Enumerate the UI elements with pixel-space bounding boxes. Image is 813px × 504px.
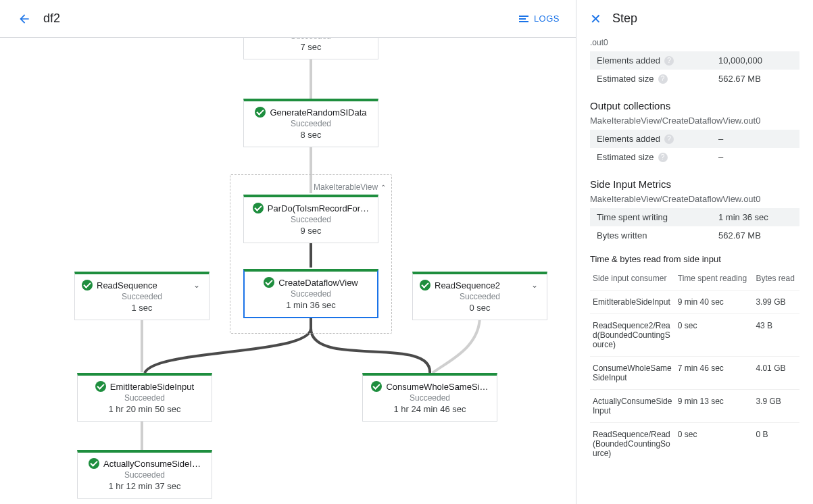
node-status: Succeeded [249, 289, 373, 299]
pipeline-canvas[interactable]: Succeeded 7 sec GenerateRandomSIData Suc… [0, 38, 576, 504]
node-title: ReadSequence [97, 280, 157, 291]
help-icon[interactable]: ? [664, 56, 674, 66]
check-icon [371, 381, 382, 392]
check-icon [82, 280, 93, 291]
metric-row: Estimated size? 562.67 MB [590, 70, 799, 88]
node-time: 7 sec [248, 42, 374, 52]
check-icon [253, 203, 264, 213]
step-node-generate-random[interactable]: GenerateRandomSIData Succeeded 8 sec [243, 99, 378, 147]
metric-value: 562.67 MB [718, 230, 793, 241]
help-icon[interactable]: ? [664, 134, 674, 144]
node-status: Succeeded [417, 292, 543, 301]
node-title: ReadSequence2 [435, 280, 500, 291]
table-title: Time & bytes read from side input [590, 254, 799, 264]
close-icon[interactable]: ✕ [590, 12, 601, 26]
check-icon [420, 280, 430, 291]
logs-icon [519, 16, 530, 22]
table-row: ReadSequence2/Read(BoundedCountingSource… [590, 314, 799, 357]
metric-key: Elements added [597, 134, 660, 144]
section-heading: Side Input Metrics [590, 178, 799, 190]
th-consumer: Side input consumer [590, 270, 675, 291]
check-icon [95, 381, 106, 392]
metric-value: 1 min 36 sec [718, 212, 793, 222]
node-status: Succeeded [82, 470, 207, 480]
logs-button[interactable]: LOGS [519, 14, 560, 24]
metric-row: Elements added? – [590, 130, 799, 148]
cell-bytes: 43 B [753, 314, 799, 357]
check-icon [255, 107, 266, 118]
node-time: 9 sec [248, 226, 374, 236]
metric-row: Estimated size? – [590, 148, 799, 166]
cell-consumer: EmitIterableSideInput [590, 291, 675, 314]
node-time: 1 min 36 sec [249, 300, 373, 310]
back-arrow-icon[interactable] [16, 11, 32, 27]
group-label[interactable]: MakeIterableView ⌃ [314, 182, 386, 192]
step-node-create-dataflow-view[interactable]: CreateDataflowView Succeeded 1 min 36 se… [243, 269, 378, 318]
table-row: ReadSequence/Read(BoundedCountingSource)… [590, 423, 799, 465]
cell-consumer: ReadSequence/Read(BoundedCountingSource) [590, 423, 675, 465]
node-title: ConsumeWholeSameSi… [386, 382, 488, 392]
metric-row: Bytes written 562.67 MB [590, 226, 799, 245]
node-status: Succeeded [79, 292, 205, 301]
th-bytes: Bytes read [753, 270, 799, 291]
node-title: ParDo(ToIsmRecordFor… [268, 203, 369, 213]
node-status: Succeeded [367, 393, 493, 403]
table-row: ActuallyConsumeSideInput 9 min 13 sec 3.… [590, 390, 799, 423]
help-icon[interactable]: ? [658, 153, 668, 162]
step-node-readsequence[interactable]: ReadSequence⌄ Succeeded 1 sec [74, 272, 210, 320]
header: df2 LOGS [0, 0, 576, 38]
cell-bytes: 3.9 GB [753, 390, 799, 423]
chevron-down-icon[interactable]: ⌄ [191, 280, 202, 290]
node-time: 8 sec [248, 130, 374, 140]
metric-key: Elements added [597, 55, 660, 66]
step-node-emit-iterable[interactable]: EmitIterableSideInput Succeeded 1 hr 20 … [77, 373, 212, 422]
cell-bytes: 4.01 GB [753, 357, 799, 390]
node-status: Succeeded [82, 393, 207, 403]
chevron-up-icon: ⌃ [380, 184, 386, 191]
cell-time: 7 min 46 sec [675, 357, 754, 390]
collection-name: MakeIterableView/CreateDataflowView.out0 [590, 116, 799, 126]
step-node-consume-whole[interactable]: ConsumeWholeSameSi… Succeeded 1 hr 24 mi… [362, 373, 497, 422]
metric-value: – [718, 152, 793, 162]
chevron-down-icon[interactable]: ⌄ [529, 280, 540, 290]
th-time: Time spent reading [675, 270, 754, 291]
step-node-readsequence2[interactable]: ReadSequence2⌄ Succeeded 0 sec [412, 272, 547, 320]
node-time: 1 hr 24 min 46 sec [367, 404, 493, 414]
node-time: 1 hr 12 min 37 sec [82, 481, 207, 491]
page-title: df2 [43, 11, 60, 26]
metric-value: – [718, 134, 793, 144]
node-title: GenerateRandomSIData [270, 107, 366, 118]
node-status: Succeeded [248, 119, 374, 128]
cell-consumer: ReadSequence2/Read(BoundedCountingSource… [590, 314, 675, 357]
cell-time: 9 min 13 sec [675, 390, 754, 423]
node-title: CreateDataflowView [278, 278, 358, 288]
collection-name: MakeIterableView/CreateDataflowView.out0 [590, 194, 799, 204]
collection-name-fragment: .out0 [590, 38, 799, 47]
cell-time: 0 sec [675, 314, 754, 357]
step-node-actually-consume[interactable]: ActuallyConsumeSideI… Succeeded 1 hr 12 … [77, 450, 212, 499]
node-status: Succeeded [248, 38, 374, 41]
cell-bytes: 3.99 GB [753, 291, 799, 314]
table-row: EmitIterableSideInput 9 min 40 sec 3.99 … [590, 291, 799, 314]
node-status: Succeeded [248, 215, 374, 224]
step-node[interactable]: Succeeded 7 sec [243, 38, 378, 59]
node-title: EmitIterableSideInput [110, 382, 194, 392]
help-icon[interactable]: ? [658, 74, 668, 84]
node-time: 1 hr 20 min 50 sec [82, 404, 207, 414]
check-icon [264, 277, 274, 288]
table-row: ConsumeWholeSameSideInput 7 min 46 sec 4… [590, 357, 799, 390]
cell-consumer: ActuallyConsumeSideInput [590, 390, 675, 423]
group-name: MakeIterableView [314, 182, 378, 192]
cell-bytes: 0 B [753, 423, 799, 465]
step-node-pardo[interactable]: ParDo(ToIsmRecordFor… Succeeded 9 sec [243, 195, 378, 243]
metric-row: Time spent writing 1 min 36 sec [590, 208, 799, 226]
node-time: 0 sec [417, 303, 543, 313]
step-details-panel: ✕ Step .out0 Elements added? 10,000,000 … [576, 0, 813, 504]
cell-time: 9 min 40 sec [675, 291, 754, 314]
section-heading: Output collections [590, 100, 799, 111]
panel-title: Step [612, 11, 637, 26]
logs-label: LOGS [534, 14, 560, 24]
node-title: ActuallyConsumeSideI… [103, 459, 201, 469]
check-icon [89, 458, 99, 469]
metric-key: Estimated size [597, 152, 654, 162]
